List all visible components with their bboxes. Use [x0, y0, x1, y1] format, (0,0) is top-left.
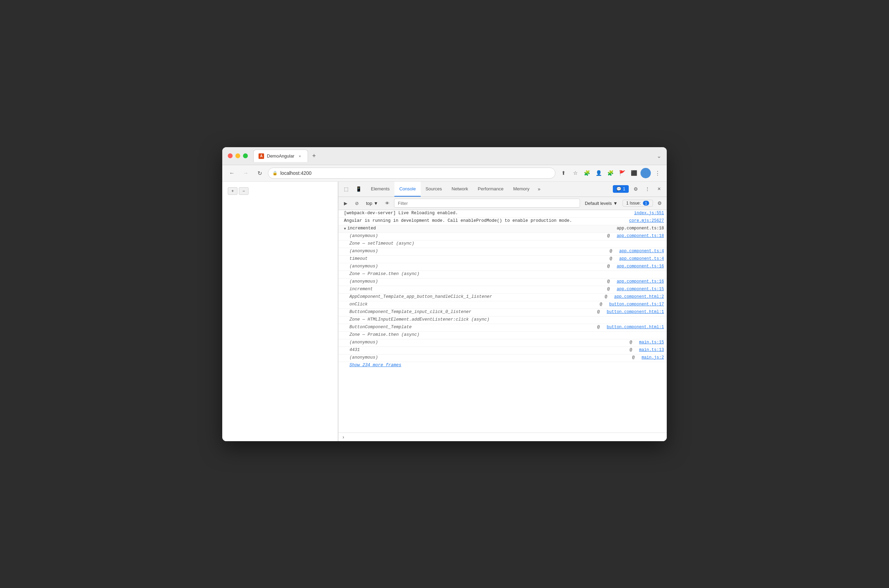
issue-label: 1 Issue: — [626, 201, 641, 206]
tab-bar: A DemoAngular × + — [253, 150, 654, 162]
tab-favicon: A — [258, 153, 264, 159]
profile-icon[interactable]: 👤 — [593, 168, 604, 178]
console-frame-zone-promise-2: Zone — Promise.then (async) — [338, 332, 667, 339]
console-text-anon-4: (anonymous) — [350, 279, 606, 284]
devtools-tabs: ⬚ 📱 Elements Console Sources Network Per… — [338, 182, 667, 197]
more-options-button[interactable]: ⋮ — [652, 168, 662, 178]
console-run-button[interactable]: ▶ — [341, 199, 350, 208]
default-levels-label: Default levels — [585, 201, 612, 206]
address-bar[interactable]: 🔒 localhost:4200 — [268, 168, 556, 178]
console-frame-zone-html: Zone — HTMLInputElement.addEventListener… — [338, 316, 667, 324]
traffic-lights — [228, 153, 248, 158]
console-frame-appcomponent-template: AppComponent_Template_app_button_handleC… — [338, 294, 667, 301]
console-text-incremented: incremented — [347, 226, 611, 231]
new-tab-button[interactable]: + — [309, 151, 319, 160]
share-button[interactable]: ⬆ — [558, 168, 569, 178]
console-source-appcomponent[interactable]: app.component.html:2 — [614, 294, 664, 299]
console-source-button-template[interactable]: button.component.html:1 — [607, 325, 664, 330]
console-source-4431[interactable]: main.ts:13 — [639, 348, 664, 352]
more-tabs-button[interactable]: » — [535, 182, 544, 197]
console-text-zone-promise-1: Zone — Promise.then (async) — [350, 272, 664, 276]
console-input[interactable] — [347, 434, 664, 440]
devtools-device-icon[interactable]: 📱 — [354, 184, 363, 194]
extensions-icon2[interactable]: 🧩 — [605, 168, 616, 178]
console-source-anon-1[interactable]: app.component.ts:18 — [617, 234, 664, 238]
console-text-anon-3: (anonymous) — [350, 264, 606, 269]
console-source-timeout[interactable]: app.component.ts:4 — [619, 256, 664, 261]
tab-close-button[interactable]: × — [297, 153, 303, 159]
console-text-button-template-input: ButtonComponent_Template_input_click_0_l… — [350, 309, 596, 314]
browser-tab-active[interactable]: A DemoAngular × — [253, 150, 308, 162]
console-source-increment[interactable]: app.component.ts:15 — [617, 287, 664, 292]
minimize-window-button[interactable] — [236, 153, 240, 158]
console-source-onclick[interactable]: button.component.ts:17 — [610, 302, 664, 307]
console-frame-zone-settimeout: Zone — setTimeout (async) — [338, 240, 667, 248]
avatar-button[interactable] — [640, 168, 651, 178]
issue-count: 1 — [643, 201, 649, 206]
maximize-window-button[interactable] — [243, 153, 248, 158]
console-filter-input[interactable] — [394, 199, 580, 208]
console-source-anon-3[interactable]: app.component.ts:16 — [617, 264, 664, 269]
tab-memory[interactable]: Memory — [508, 182, 535, 197]
devtools-cursor-icon[interactable]: ⬚ — [341, 184, 351, 194]
tab-title: DemoAngular — [267, 153, 294, 159]
dropdown-arrow-icon: ▼ — [374, 201, 378, 206]
console-eye-button[interactable]: 👁 — [383, 199, 392, 208]
tab-performance[interactable]: Performance — [473, 182, 508, 197]
console-source-angular[interactable]: core.mjs:25627 — [629, 218, 664, 223]
console-frame-button-template-input: ButtonComponent_Template_input_click_0_l… — [338, 309, 667, 316]
console-frame-anon-main15: (anonymous) @ main.ts:15 — [338, 339, 667, 347]
address-text: localhost:4200 — [280, 170, 551, 176]
tab-sources[interactable]: Sources — [420, 182, 447, 197]
at-symbol-10: @ — [597, 325, 600, 330]
console-settings-button[interactable]: ⚙ — [655, 199, 664, 208]
at-symbol-6: @ — [607, 287, 610, 292]
pip-icon[interactable]: ⬛ — [629, 168, 639, 178]
console-text-anon-1: (anonymous) — [350, 234, 606, 238]
forward-button[interactable]: → — [240, 168, 251, 178]
console-block-button[interactable]: ⊘ — [352, 199, 361, 208]
console-toolbar: ▶ ⊘ top ▼ 👁 Default levels ▼ 1 Issue: 1 … — [338, 197, 667, 210]
console-source-anon-4[interactable]: app.component.ts:16 — [617, 279, 664, 284]
devtools-more-options[interactable]: ⋮ — [643, 184, 652, 194]
devtools-panel: ⬚ 📱 Elements Console Sources Network Per… — [338, 182, 667, 441]
at-symbol-5: @ — [607, 279, 610, 284]
devtools-settings-button[interactable]: ⚙ — [631, 184, 640, 194]
console-text-anon-mainjs: (anonymous) — [350, 355, 631, 360]
close-window-button[interactable] — [228, 153, 233, 158]
window-expand-icon[interactable]: ⌄ — [657, 153, 661, 159]
nav-bar: ← → ↻ 🔒 localhost:4200 ⬆ ☆ 🧩 👤 🧩 🚩 ⬛ ⋮ — [222, 165, 667, 182]
extensions-button[interactable]: 🧩 — [582, 168, 592, 178]
bookmark-button[interactable]: ☆ — [570, 168, 580, 178]
flag-icon[interactable]: 🚩 — [617, 168, 627, 178]
at-symbol-1: @ — [607, 234, 610, 238]
tab-elements[interactable]: Elements — [366, 182, 394, 197]
console-text-timeout: timeout — [350, 256, 608, 261]
console-source-webpack[interactable]: index.js:551 — [634, 211, 664, 216]
console-text-zone-settimeout: Zone — setTimeout (async) — [350, 241, 664, 246]
devtools-close-button[interactable]: × — [654, 184, 664, 194]
console-text-anon-2: (anonymous) — [350, 249, 608, 254]
devtools-badge-button[interactable]: 💬 1 — [613, 185, 629, 193]
console-source-anon-mainjs[interactable]: main.js:2 — [641, 355, 664, 360]
zoom-out-button[interactable]: − — [239, 187, 249, 195]
reload-button[interactable]: ↻ — [254, 168, 265, 178]
tab-network[interactable]: Network — [447, 182, 473, 197]
tab-console[interactable]: Console — [394, 182, 420, 197]
console-text-onclick: onClick — [350, 302, 598, 307]
top-context-selector[interactable]: top ▼ — [363, 200, 381, 207]
console-source-anon-main15[interactable]: main.ts:15 — [639, 340, 664, 345]
browser-window: A DemoAngular × + ⌄ ← → ↻ 🔒 localhost:42… — [222, 147, 667, 441]
show-more-frames-link[interactable]: Show 234 more frames — [338, 362, 667, 368]
console-source-button-template-input[interactable]: button.component.html:1 — [607, 309, 664, 314]
console-source-anon-2[interactable]: app.component.ts:4 — [619, 249, 664, 254]
main-area: + − ⬚ 📱 Elements Console Sources — [222, 182, 667, 441]
page-content: + − — [222, 182, 338, 441]
console-frame-4431: 4431 @ main.ts:13 — [338, 347, 667, 354]
issues-button[interactable]: 1 Issue: 1 — [623, 200, 653, 207]
default-levels-button[interactable]: Default levels ▼ — [582, 200, 620, 207]
back-button[interactable]: ← — [227, 168, 237, 178]
zoom-in-button[interactable]: + — [228, 187, 237, 195]
console-source-plain-incremented: app.component.ts:18 — [617, 226, 664, 231]
console-text-anon-main15: (anonymous) — [350, 340, 628, 345]
